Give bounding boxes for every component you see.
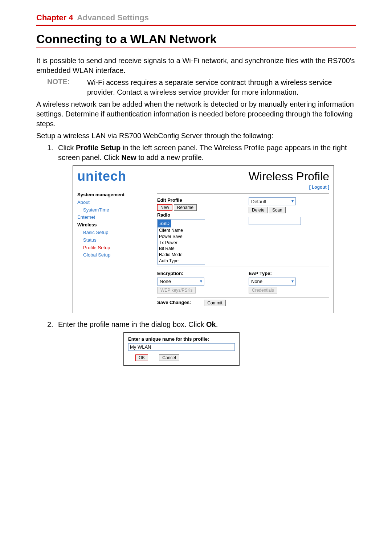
step-1-text-e: to add a new profile. [136,153,204,161]
chapter-header: Chapter 4 Advanced Settings [36,13,356,26]
profile-name-input[interactable] [128,343,235,351]
opt-ssid[interactable]: SSID [158,219,171,227]
profile-form: Edit Profile New Rename Radio SSID Clien… [157,191,329,308]
nav-about[interactable]: About [77,199,150,206]
delete-button[interactable]: Delete [249,207,268,213]
nav-wireless: Wireless [77,221,150,229]
step-list-2: 2. Enter the profile name in the dialog … [47,320,356,329]
opt-tx-power[interactable]: Tx Power [158,240,205,246]
commit-button[interactable]: Commit [204,300,225,306]
encryption-select[interactable]: None ▾ [157,278,204,286]
rename-button[interactable]: Rename [174,204,197,211]
step-2-bold: Ok [206,320,216,328]
nav-systemtime[interactable]: SystemTime [83,206,150,214]
dialog-prompt: Enter a unique name for this profile: [128,336,235,342]
nav-global-setup[interactable]: Global Setup [83,251,150,259]
profile-select-value: Default [249,199,290,204]
eap-select[interactable]: None ▾ [249,278,296,286]
opt-auth-type[interactable]: Auth Type [158,258,205,264]
note-block: NOTE: Wi-Fi access requires a separate s… [47,78,356,97]
eap-type-label: EAP Type: [249,271,272,276]
step-1-bold-2: New [122,153,136,161]
screenshot-profile-name-dialog: Enter a unique name for this profile: OK… [123,332,240,366]
nav-basic-setup[interactable]: Basic Setup [83,229,150,237]
nav-status[interactable]: Status [83,237,150,244]
page-title: Connecting to a WLAN Network [36,32,356,46]
step-list: 1. Click Profile Setup in the left scree… [47,143,356,163]
chevron-down-icon: ▾ [198,279,204,284]
step-2-text: Enter the profile name in the dialog box… [58,320,218,329]
eap-value: None [249,279,290,284]
profile-select[interactable]: Default ▾ [249,197,296,205]
step-1-bold-1: Profile Setup [76,144,121,152]
nav-enternet[interactable]: Enternet [77,214,150,221]
chevron-down-icon: ▾ [290,279,295,284]
credentials-button: Credentials [249,287,277,294]
save-changes-label: Save Changes: [157,300,191,305]
step-1-text: Click Profile Setup in the left screen p… [58,143,356,163]
sidebar-nav: System management About SystemTime Enter… [77,191,150,308]
opt-power-save[interactable]: Power Save [158,234,205,240]
step-2-number: 2. [47,320,58,329]
paragraph-3: Setup a wireless LAN via RS700 WebConfig… [36,131,356,141]
new-button[interactable]: New [157,204,172,211]
logout-link[interactable]: [ Logout ] [77,185,329,190]
nav-system-management: System management [77,191,150,199]
encryption-value: None [158,279,198,284]
screenshot-wireless-profile: unitech Wireless Profile [ Logout ] Syst… [73,165,334,313]
opt-bit-rate[interactable]: Bit Rate [158,246,205,252]
ok-button[interactable]: OK [135,354,148,361]
chapter-title: Advanced Settings [77,13,149,22]
title-rule [36,48,356,48]
chevron-down-icon: ▾ [290,198,295,204]
note-label: NOTE: [47,78,87,97]
radio-label: Radio [157,212,170,218]
edit-profile-label: Edit Profile [157,197,182,203]
chapter-label: Chapter 4 [36,13,73,22]
opt-radio-mode[interactable]: Radio Mode [158,252,205,258]
wep-keys-button: WEP keys/PSKs [157,287,196,294]
step-2: 2. Enter the profile name in the dialog … [47,320,356,329]
intro-paragraph: It is possible to send and receive signa… [36,56,356,75]
step-2-text-a: Enter the profile name in the dialog box… [58,320,206,328]
radio-listbox[interactable]: SSID Client Name Power Save Tx Power Bit… [157,219,205,264]
ssid-input[interactable] [249,217,301,225]
screenshot-title: Wireless Profile [249,170,329,183]
step-2-text-c: . [216,320,218,328]
step-1-text-a: Click [58,144,76,152]
nav-profile-setup[interactable]: Profile Setup [83,244,150,252]
logo: unitech [77,169,126,184]
step-1-number: 1. [47,143,58,163]
opt-client-name[interactable]: Client Name [158,227,205,234]
step-1: 1. Click Profile Setup in the left scree… [47,143,356,163]
paragraph-2: A wireless network can be added when the… [36,99,356,129]
note-text: Wi-Fi access requires a separate service… [87,78,356,97]
cancel-button[interactable]: Cancel [159,354,179,361]
scan-button[interactable]: Scan [269,207,285,213]
encryption-label: Encryption: [157,271,183,276]
